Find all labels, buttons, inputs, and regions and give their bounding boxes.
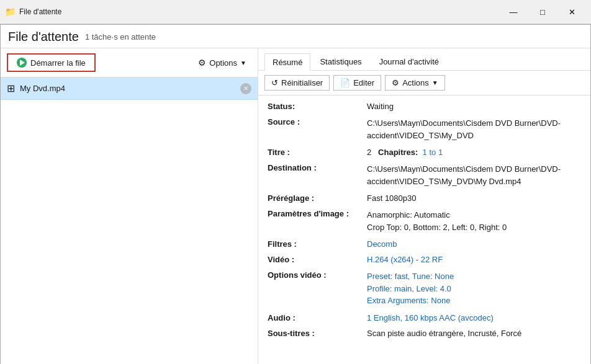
source-label: Source : bbox=[268, 117, 367, 127]
actions-button[interactable]: ⚙ Actions ▼ bbox=[385, 75, 445, 91]
audio-label: Audio : bbox=[268, 313, 367, 322]
item-close-icon[interactable]: ✕ bbox=[240, 83, 251, 94]
details-content: Status: Waiting Source : C:\Users\Mayn\D… bbox=[258, 95, 590, 364]
minimize-button[interactable]: — bbox=[499, 3, 528, 20]
play-icon bbox=[17, 58, 27, 68]
item-type-icon: ⊞ bbox=[7, 82, 15, 94]
chevron-down-icon: ▼ bbox=[432, 79, 438, 86]
prereglage-value: Fast 1080p30 bbox=[367, 193, 581, 203]
page-subtitle: 1 tâche·s en attente bbox=[85, 32, 156, 42]
app-icon: 📁 bbox=[5, 7, 16, 17]
tab-statistiques[interactable]: Statistiques bbox=[312, 53, 369, 70]
options-label: Options bbox=[209, 58, 237, 68]
status-value: Waiting bbox=[367, 102, 581, 111]
options-button[interactable]: ⚙ Options ▼ bbox=[193, 55, 251, 70]
params-label: Paramètres d'image : bbox=[268, 209, 367, 218]
destination-value: C:\Users\Mayn\Documents\Cisdem DVD Burne… bbox=[367, 163, 581, 187]
page-title: File d'attente bbox=[8, 30, 79, 44]
actions-label: Actions bbox=[402, 78, 429, 87]
item-name: My Dvd.mp4 bbox=[20, 84, 235, 93]
destination-label: Destination : bbox=[268, 163, 367, 172]
editer-button[interactable]: 📄 Editer bbox=[333, 75, 381, 91]
filtres-label: Filtres : bbox=[268, 239, 367, 249]
queue-list: ⊞ My Dvd.mp4 ✕ bbox=[1, 78, 258, 364]
options-video-value: Preset: fast, Tune: None Profile: main, … bbox=[367, 270, 581, 307]
edit-icon: 📄 bbox=[340, 78, 350, 87]
reinitialiser-label: Réinitialiser bbox=[281, 78, 323, 87]
gear-icon: ⚙ bbox=[198, 58, 206, 68]
start-label: Démarrer la file bbox=[30, 58, 86, 68]
video-label: Vidéo : bbox=[268, 255, 367, 264]
reinitialiser-button[interactable]: ↺ Réinitialiser bbox=[264, 75, 330, 91]
titlebar-title: File d'attente bbox=[19, 7, 61, 16]
options-video-label: Options vidéo : bbox=[268, 270, 367, 280]
source-value: C:\Users\Mayn\Documents\Cisdem DVD Burne… bbox=[367, 117, 581, 141]
queue-item[interactable]: ⊞ My Dvd.mp4 ✕ bbox=[1, 78, 258, 100]
chevron-down-icon: ▼ bbox=[240, 60, 246, 66]
tabs-container: Résumé Statistiques Journal d'activité bbox=[258, 48, 590, 71]
params-value: Anamorphic: Automatic Crop Top: 0, Botto… bbox=[367, 209, 581, 233]
start-queue-button[interactable]: Démarrer la file bbox=[7, 53, 96, 72]
audio-value: 1 English, 160 kbps AAC (avcodec) bbox=[367, 313, 581, 322]
filtres-value: Decomb bbox=[367, 239, 581, 249]
prereglage-label: Préréglage : bbox=[268, 193, 367, 203]
maximize-button[interactable]: □ bbox=[528, 3, 557, 20]
titre-value: 2 Chapitres: 1 to 1 bbox=[367, 148, 581, 157]
refresh-icon: ↺ bbox=[271, 78, 278, 87]
tab-resume[interactable]: Résumé bbox=[264, 53, 310, 71]
soustitres-label: Sous-titres : bbox=[268, 329, 367, 338]
editer-label: Editer bbox=[353, 78, 374, 87]
soustitres-value: Scan piste audio étrangère, Incrusté, Fo… bbox=[367, 329, 581, 338]
close-button[interactable]: ✕ bbox=[557, 3, 586, 20]
video-value: H.264 (x264) - 22 RF bbox=[367, 255, 581, 264]
status-label: Status: bbox=[268, 102, 367, 111]
titre-label: Titre : bbox=[268, 148, 367, 157]
tab-journal[interactable]: Journal d'activité bbox=[371, 53, 447, 70]
gear-icon: ⚙ bbox=[392, 78, 399, 87]
